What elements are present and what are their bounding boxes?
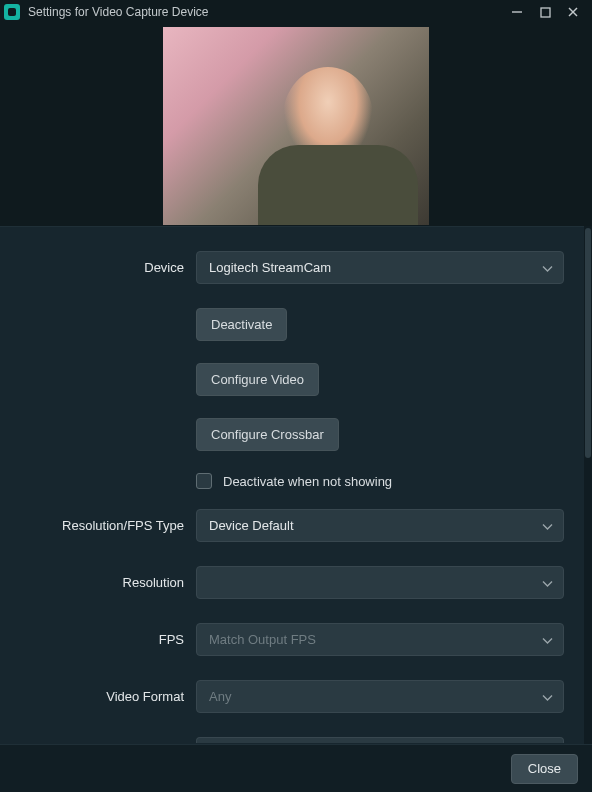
- device-label: Device: [0, 260, 196, 275]
- close-window-button[interactable]: [566, 5, 580, 19]
- settings-form: Device Logitech StreamCam Deactivate: [0, 226, 584, 744]
- titlebar: Settings for Video Capture Device: [0, 0, 592, 24]
- app-icon: [4, 4, 20, 20]
- resolution-select[interactable]: [196, 566, 564, 599]
- chevron-down-icon: [542, 518, 553, 533]
- res-fps-type-label: Resolution/FPS Type: [0, 518, 196, 533]
- video-format-label: Video Format: [0, 689, 196, 704]
- svg-rect-1: [541, 8, 550, 17]
- resolution-label: Resolution: [0, 575, 196, 590]
- close-button[interactable]: Close: [511, 754, 578, 784]
- video-format-select[interactable]: Any: [196, 680, 564, 713]
- scrollbar-thumb[interactable]: [585, 228, 591, 458]
- res-fps-type-value: Device Default: [209, 518, 294, 533]
- deactivate-when-not-showing-checkbox[interactable]: [196, 473, 212, 489]
- window-title: Settings for Video Capture Device: [28, 5, 510, 19]
- dialog-footer: Close: [0, 744, 592, 792]
- video-format-value: Any: [209, 689, 231, 704]
- preview-area: [0, 24, 592, 226]
- form-scrollbar[interactable]: [584, 226, 592, 744]
- device-select[interactable]: Logitech StreamCam: [196, 251, 564, 284]
- chevron-down-icon: [542, 575, 553, 590]
- configure-crossbar-button[interactable]: Configure Crossbar: [196, 418, 339, 451]
- deactivate-when-not-showing-label: Deactivate when not showing: [223, 474, 392, 489]
- configure-video-button[interactable]: Configure Video: [196, 363, 319, 396]
- chevron-down-icon: [542, 632, 553, 647]
- res-fps-type-select[interactable]: Device Default: [196, 509, 564, 542]
- fps-value: Match Output FPS: [209, 632, 316, 647]
- chevron-down-icon: [542, 260, 553, 275]
- chevron-down-icon: [542, 689, 553, 704]
- fps-select[interactable]: Match Output FPS: [196, 623, 564, 656]
- fps-label: FPS: [0, 632, 196, 647]
- partial-select[interactable]: [196, 737, 564, 743]
- minimize-button[interactable]: [510, 5, 524, 19]
- deactivate-button[interactable]: Deactivate: [196, 308, 287, 341]
- maximize-button[interactable]: [538, 5, 552, 19]
- video-preview: [162, 26, 430, 226]
- device-select-value: Logitech StreamCam: [209, 260, 331, 275]
